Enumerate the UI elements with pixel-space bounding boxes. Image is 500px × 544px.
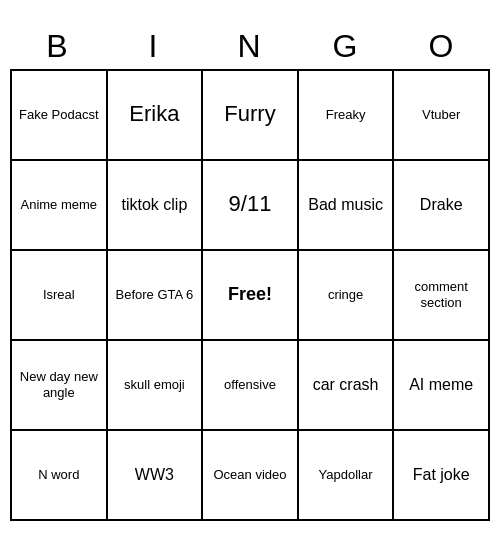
bingo-cell-19: AI meme xyxy=(394,341,490,431)
bingo-cell-15: New day new angle xyxy=(12,341,108,431)
bingo-cell-18: car crash xyxy=(299,341,395,431)
bingo-cell-16: skull emoji xyxy=(108,341,204,431)
bingo-cell-2: Furry xyxy=(203,71,299,161)
header-letter-B: B xyxy=(10,24,106,69)
bingo-cell-3: Freaky xyxy=(299,71,395,161)
bingo-cell-20: N word xyxy=(12,431,108,521)
bingo-grid: Fake PodacstErikaFurryFreakyVtuberAnime … xyxy=(10,69,490,521)
bingo-cell-1: Erika xyxy=(108,71,204,161)
bingo-cell-6: tiktok clip xyxy=(108,161,204,251)
bingo-cell-4: Vtuber xyxy=(394,71,490,161)
bingo-cell-9: Drake xyxy=(394,161,490,251)
bingo-cell-23: Yapdollar xyxy=(299,431,395,521)
bingo-cell-5: Anime meme xyxy=(12,161,108,251)
header-letter-O: O xyxy=(394,24,490,69)
bingo-cell-24: Fat joke xyxy=(394,431,490,521)
bingo-cell-17: offensive xyxy=(203,341,299,431)
bingo-header: BINGO xyxy=(10,24,490,69)
bingo-cell-21: WW3 xyxy=(108,431,204,521)
bingo-cell-22: Ocean video xyxy=(203,431,299,521)
bingo-cell-11: Before GTA 6 xyxy=(108,251,204,341)
bingo-cell-13: cringe xyxy=(299,251,395,341)
bingo-card: BINGO Fake PodacstErikaFurryFreakyVtuber… xyxy=(10,24,490,521)
header-letter-G: G xyxy=(298,24,394,69)
bingo-cell-10: Isreal xyxy=(12,251,108,341)
header-letter-I: I xyxy=(106,24,202,69)
bingo-cell-8: Bad music xyxy=(299,161,395,251)
bingo-cell-12: Free! xyxy=(203,251,299,341)
bingo-cell-14: comment section xyxy=(394,251,490,341)
bingo-cell-0: Fake Podacst xyxy=(12,71,108,161)
header-letter-N: N xyxy=(202,24,298,69)
bingo-cell-7: 9/11 xyxy=(203,161,299,251)
